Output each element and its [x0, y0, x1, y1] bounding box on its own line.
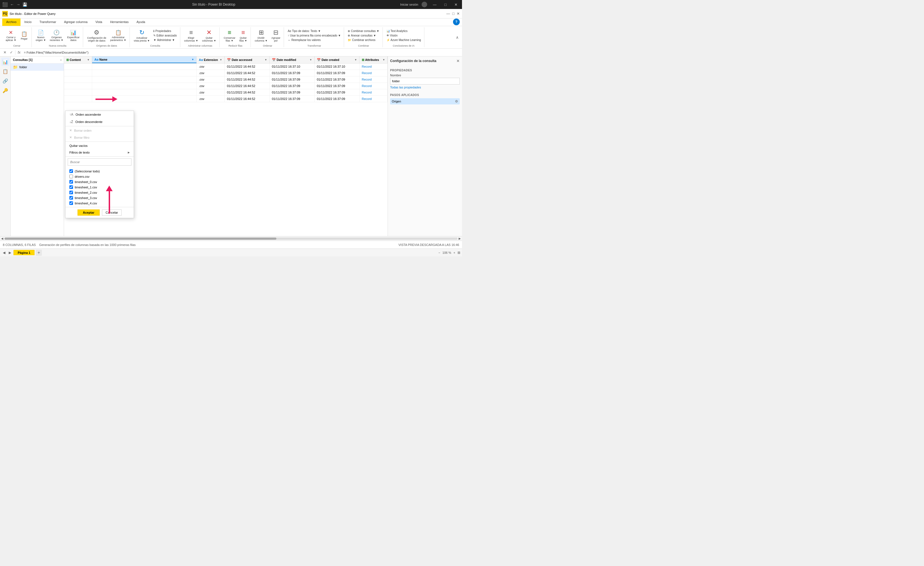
- query-name-input[interactable]: [390, 78, 460, 84]
- app-restore-btn[interactable]: □: [452, 12, 454, 16]
- zoom-in-btn[interactable]: +: [454, 251, 455, 255]
- tab-herramientas[interactable]: Herramientas: [106, 18, 132, 26]
- combinar-archivos-btn[interactable]: 📁 Combinar archivos: [346, 38, 381, 42]
- editor-avanzado-btn[interactable]: ✎ Editor avanzado: [152, 33, 178, 37]
- sign-in-btn[interactable]: Iniciar sesión: [400, 3, 418, 6]
- select-all-checkbox[interactable]: [69, 169, 73, 173]
- especificar-datos-btn[interactable]: 📊 Especificar datos: [66, 28, 81, 42]
- col-header-name[interactable]: Aα Name ▼: [92, 57, 196, 63]
- filter-cancel-btn[interactable]: Cancelar: [102, 210, 122, 216]
- date-acc-filter[interactable]: ▼: [264, 58, 267, 61]
- filter-ok-btn[interactable]: Aceptar: [78, 210, 100, 216]
- administrar-btn[interactable]: ▼ Administrar ▼: [152, 38, 178, 42]
- step-gear-icon[interactable]: ⚙: [455, 99, 458, 103]
- remove-empty-item[interactable]: Quitar vacíos: [66, 142, 134, 149]
- cell-attr-2[interactable]: Record: [360, 76, 388, 82]
- window-nav-forward[interactable]: →: [16, 2, 20, 7]
- conservar-filas-btn[interactable]: ≡ Conservar filas ▼: [222, 28, 237, 43]
- col-header-date-created[interactable]: 📅 Date created ▼: [315, 57, 360, 63]
- query-item-folder[interactable]: 📁 folder: [10, 63, 64, 71]
- config-origen-btn[interactable]: ⚙ Configuración de origen de datos: [86, 28, 108, 43]
- filter-item-drivers[interactable]: drivers.csv: [69, 174, 130, 179]
- filter-select-all[interactable]: (Seleccionar todo): [69, 168, 130, 174]
- nav-report-icon[interactable]: 📊: [1, 58, 9, 66]
- cell-attr-0[interactable]: Record: [360, 63, 388, 70]
- ext-col-filter[interactable]: ▼: [220, 58, 222, 61]
- page-tab-next[interactable]: ▶: [8, 251, 12, 255]
- fit-page-btn[interactable]: ⊞: [458, 251, 460, 255]
- horizontal-scrollbar[interactable]: ◀ ▶: [0, 236, 462, 241]
- quitar-filas-btn[interactable]: ≡ Quitar filas ▼: [238, 28, 249, 43]
- agrupar-btn[interactable]: ⊟ Agrupar por: [270, 28, 282, 43]
- close-btn[interactable]: ✕: [452, 1, 460, 8]
- ts1-checkbox[interactable]: [69, 185, 73, 189]
- text-filters-item[interactable]: Filtros de texto ▶: [66, 149, 134, 156]
- all-properties-link[interactable]: Todas las propiedades: [390, 85, 460, 89]
- formula-check-btn[interactable]: ✓: [9, 50, 14, 55]
- azure-ml-btn[interactable]: ⚡ Azure Machine Learning: [385, 38, 422, 42]
- window-nav-back[interactable]: ←: [10, 2, 14, 7]
- formula-input[interactable]: [24, 49, 460, 55]
- page-tab-1[interactable]: Página 1: [14, 250, 34, 255]
- col-header-date-modified[interactable]: 📅 Date modified ▼: [270, 57, 315, 63]
- elegir-columnas-btn[interactable]: ≡ Elegir columnas ▼: [183, 28, 200, 43]
- vision-btn[interactable]: 👁 Visión: [385, 33, 422, 37]
- nuevo-origen-btn[interactable]: 📄 Nuevo origen ▼: [34, 28, 48, 42]
- queries-collapse-btn[interactable]: ‹: [60, 58, 62, 61]
- maximize-btn[interactable]: □: [442, 1, 449, 8]
- combinar-consultas-btn[interactable]: ⊕ Combinar consultas ▼: [346, 29, 381, 33]
- zoom-out-btn[interactable]: −: [438, 251, 440, 255]
- minimize-btn[interactable]: —: [430, 1, 439, 8]
- content-col-filter[interactable]: ▼: [87, 58, 90, 61]
- origenes-recientes-btn[interactable]: 🕐 Orígenes recientes ▼: [48, 28, 65, 42]
- name-col-filter-active[interactable]: ▼: [192, 58, 194, 61]
- filter-search-input[interactable]: [68, 158, 132, 166]
- cell-attr-3[interactable]: Record: [360, 83, 388, 89]
- pegar-btn[interactable]: 📋 Pegar: [18, 30, 30, 41]
- help-btn[interactable]: ?: [453, 18, 460, 25]
- drivers-checkbox[interactable]: [69, 175, 73, 178]
- filter-item-ts1[interactable]: timesheet_1.csv: [69, 184, 130, 190]
- page-tab-prev[interactable]: ◀: [2, 251, 6, 255]
- propiedades-btn[interactable]: ℹ Propiedades: [152, 29, 178, 33]
- ribbon-expand-icon[interactable]: ∧: [456, 35, 459, 40]
- col-header-attributes[interactable]: ⊞ Attributes ▼: [360, 57, 388, 63]
- nav-dax-icon[interactable]: 🔑: [1, 86, 9, 94]
- step-item-origen[interactable]: Origen ⚙: [390, 98, 460, 105]
- cell-attr-4[interactable]: Record: [360, 89, 388, 96]
- scroll-left-icon[interactable]: ◀: [1, 237, 3, 240]
- administrar-params-btn[interactable]: 📋 Administrar parámetros ▼: [108, 28, 128, 42]
- ts2-checkbox[interactable]: [69, 191, 73, 194]
- filter-item-ts4[interactable]: timesheet_4.csv: [69, 201, 130, 206]
- primera-fila-btn[interactable]: ↑ Usar la primera fila como encabezado ▼: [286, 33, 342, 37]
- actualizar-vista-btn[interactable]: ↻ Actualizar vista previa ▼: [132, 28, 152, 43]
- sort-desc-item[interactable]: ↓Z Orden descendente: [66, 118, 134, 126]
- ts0-checkbox[interactable]: [69, 180, 73, 184]
- scrollbar-track[interactable]: [4, 238, 458, 240]
- ts3-checkbox[interactable]: [69, 196, 73, 200]
- col-header-date-accessed[interactable]: 📅 Date accessed ▼: [225, 57, 270, 63]
- filter-item-ts2[interactable]: timesheet_2.csv: [69, 190, 130, 195]
- tab-inicio[interactable]: Inicio: [21, 18, 36, 26]
- tab-ayuda[interactable]: Ayuda: [132, 18, 149, 26]
- formula-fx-btn[interactable]: fx: [16, 50, 22, 55]
- scrollbar-thumb[interactable]: [4, 238, 276, 240]
- ts4-checkbox[interactable]: [69, 201, 73, 205]
- reemplazar-btn[interactable]: ↔ Reemplazar los valores: [286, 38, 342, 42]
- right-panel-close-btn[interactable]: ✕: [456, 59, 460, 63]
- filter-item-ts3[interactable]: timesheet_3.csv: [69, 195, 130, 201]
- tab-agregar-columna[interactable]: Agregar columna: [60, 18, 92, 26]
- quitar-columnas-btn[interactable]: ✕ Quitar columnas ▼: [200, 28, 218, 43]
- tab-archivo[interactable]: Archivo: [2, 18, 21, 26]
- tab-transformar[interactable]: Transformar: [35, 18, 60, 26]
- sort-asc-item[interactable]: ↑A Orden ascendente: [66, 111, 134, 118]
- add-page-btn[interactable]: +: [36, 250, 42, 256]
- nav-data-icon[interactable]: 📋: [1, 67, 9, 75]
- text-analytics-btn[interactable]: 📊 Text Analytics: [385, 29, 422, 33]
- tipo-datos-btn[interactable]: Aα Tipo de datos: Texto ▼: [286, 29, 342, 33]
- date-mod-filter[interactable]: ▼: [309, 58, 312, 61]
- tab-vista[interactable]: Vista: [92, 18, 106, 26]
- formula-cross-btn[interactable]: ✕: [2, 50, 8, 55]
- col-header-extension[interactable]: Aα Extension ▼: [196, 57, 225, 63]
- filter-item-ts0[interactable]: timesheet_0.csv: [69, 179, 130, 184]
